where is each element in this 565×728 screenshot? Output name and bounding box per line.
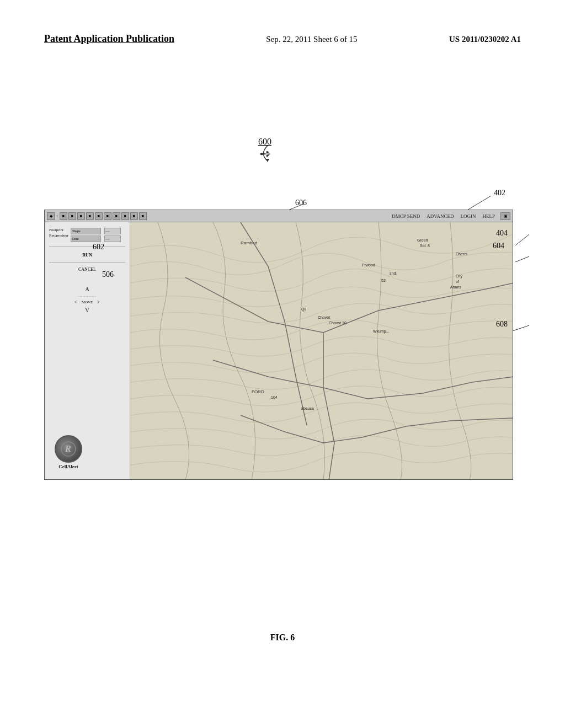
leader-608 (499, 317, 532, 339)
header: Patent Application Publication Sep. 22, … (0, 33, 565, 45)
footprint-label: Footprint Rec/prodour (49, 228, 68, 239)
toolbar-btn-8[interactable]: ■ (113, 212, 120, 220)
toolbar-btn-9[interactable]: ■ (121, 212, 129, 220)
svg-text:Sid. 8: Sid. 8 (420, 244, 430, 248)
patent-number: US 2011/0230202 A1 (449, 35, 521, 44)
nav-controls: A ............ < MOVE > V (49, 286, 125, 314)
footprint-controls: Shape Dent (71, 228, 101, 242)
toolbar-btn-right[interactable]: ▣ (500, 212, 510, 220)
svg-text:City: City (456, 274, 463, 279)
toolbar-btn-2[interactable]: ■ (60, 212, 67, 220)
toolbar-btn-5[interactable]: ■ (86, 212, 94, 220)
nav-right-btn[interactable]: > (97, 299, 100, 305)
val1: ┄┄ (104, 228, 121, 234)
toolbar-btn-1[interactable]: ◆ (47, 212, 55, 220)
svg-text:Green: Green (417, 238, 428, 242)
diagram-toolbar: ◆ + ■ ■ ■ ■ ■ ■ ■ ■ ■ ■ DMCP SEND ADVANC… (45, 210, 513, 222)
separator-1 (49, 247, 125, 247)
sheet-info: Sep. 22, 2011 Sheet 6 of 15 (266, 35, 357, 44)
svg-text:52: 52 (381, 279, 386, 282)
svg-text:Cherrs: Cherrs (456, 252, 468, 256)
left-panel: Footprint Rec/prodour Shape Dent ┄┄ ┄┄ R… (45, 222, 130, 480)
cell-alert-text: CellAlert (58, 464, 78, 469)
svg-text:R: R (65, 444, 71, 453)
menu-login[interactable]: LOGIN (461, 213, 476, 219)
nav-dots: ............ (78, 293, 97, 298)
dent-box[interactable]: Dent (71, 235, 101, 242)
publication-title: Patent Application Publication (44, 33, 174, 45)
cell-alert: R CellAlert (55, 435, 82, 469)
ref-506: 506 (102, 270, 114, 279)
svg-text:Rambad.: Rambad. (241, 240, 258, 245)
cancel-label[interactable]: CANCEL (49, 267, 125, 272)
svg-text:of: of (456, 280, 459, 283)
svg-text:Q8: Q8 (301, 307, 306, 312)
arrow-600-svg (254, 146, 281, 162)
svg-line-25 (515, 256, 529, 262)
svg-rect-6 (130, 222, 513, 480)
menu-advanced[interactable]: ADVANCED (427, 213, 454, 219)
svg-text:Chovot 10: Chovot 10 (329, 321, 347, 325)
svg-text:FORD: FORD (252, 389, 264, 394)
footprint-section: Footprint Rec/prodour Shape Dent ┄┄ ┄┄ (49, 228, 125, 242)
nav-row: < MOVE > (74, 299, 100, 305)
nav-a-label: A (85, 286, 89, 292)
toolbar-btn-4[interactable]: ■ (77, 212, 85, 220)
svg-line-24 (515, 234, 529, 245)
map-area: Rambad. Green Sid. 8 Cherrs Prwood snd. … (130, 222, 513, 480)
toolbar-menu: DMCP SEND ADVANCED LOGIN HELP (392, 213, 499, 219)
nav-move-label: MOVE (82, 300, 93, 304)
ref-602: 602 (93, 243, 104, 251)
page: Patent Application Publication Sep. 22, … (0, 0, 565, 728)
toolbar-btn-7[interactable]: ■ (104, 212, 111, 220)
menu-dmcp[interactable]: DMCP SEND (392, 213, 420, 219)
nav-left-btn[interactable]: < (74, 299, 78, 305)
svg-line-26 (513, 325, 529, 331)
main-diagram: ◆ + ■ ■ ■ ■ ■ ■ ■ ■ ■ ■ DMCP SEND ADVANC… (44, 210, 513, 480)
svg-text:Chovot: Chovot (318, 315, 330, 319)
val2: ┄┄ (104, 235, 121, 242)
toolbar-btn-6[interactable]: ■ (95, 212, 103, 220)
separator-2 (49, 262, 125, 263)
run-label[interactable]: RUN (49, 253, 125, 258)
figure-caption: FIG. 6 (0, 633, 565, 643)
nav-down-btn[interactable]: V (85, 306, 90, 314)
svg-text:abausa: abausa (301, 406, 314, 410)
leader-404-604 (499, 229, 532, 273)
cell-alert-logo: R (55, 435, 82, 463)
svg-text:Abaris: Abaris (450, 285, 461, 289)
toolbar-btn-3[interactable]: ■ (68, 212, 76, 220)
toolbar-btn-11[interactable]: ■ (139, 212, 147, 220)
toolbar-btn-10[interactable]: ■ (130, 212, 138, 220)
svg-text:Prwood: Prwood (362, 263, 375, 267)
svg-text:104: 104 (271, 395, 278, 399)
topo-map: Rambad. Green Sid. 8 Cherrs Prwood snd. … (130, 222, 513, 480)
svg-text:snd.: snd. (390, 271, 397, 275)
svg-text:Wkump...: Wkump... (373, 329, 390, 334)
menu-help[interactable]: HELP (483, 213, 495, 219)
footprint-values: ┄┄ ┄┄ (104, 228, 121, 242)
shape-box[interactable]: Shape (71, 228, 101, 234)
cell-alert-icon: R (60, 441, 77, 457)
